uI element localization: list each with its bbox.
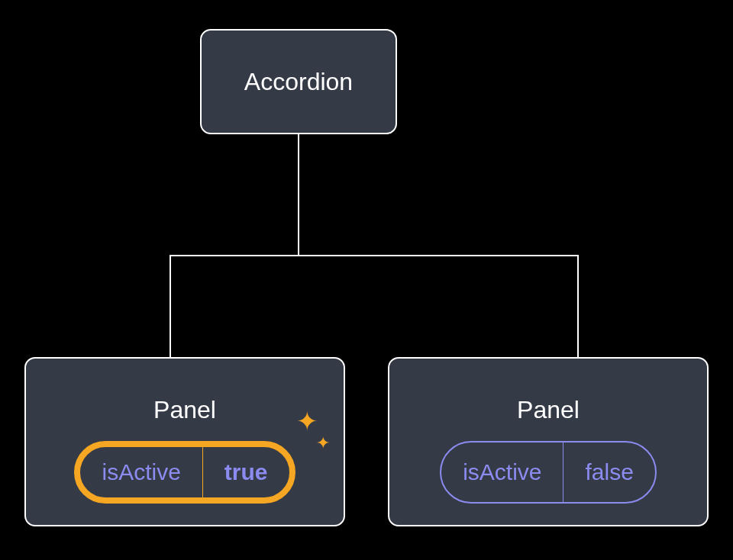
prop-value-left: true bbox=[224, 459, 268, 485]
connector-horizontal-bar bbox=[170, 255, 579, 256]
panel-right-label: Panel bbox=[517, 396, 580, 424]
prop-pill-right: isActive false bbox=[440, 441, 657, 504]
prop-value-right: false bbox=[585, 459, 633, 485]
connector-left-down bbox=[170, 255, 171, 357]
prop-name-cell: isActive bbox=[441, 443, 563, 502]
accordion-label: Accordion bbox=[244, 68, 353, 96]
sparkle-icon: ✦ bbox=[316, 433, 330, 453]
panel-node-left: Panel isActive true bbox=[24, 357, 345, 526]
panel-node-right: Panel isActive false bbox=[388, 357, 709, 526]
prop-name-left: isActive bbox=[102, 459, 180, 485]
panel-left-label: Panel bbox=[153, 396, 216, 424]
prop-name-cell: isActive bbox=[80, 447, 202, 497]
prop-value-cell: false bbox=[563, 443, 654, 502]
prop-value-cell: true bbox=[203, 447, 289, 497]
connector-root-down bbox=[298, 134, 299, 255]
accordion-node: Accordion bbox=[200, 29, 397, 134]
prop-pill-left: isActive true bbox=[74, 441, 295, 504]
prop-name-right: isActive bbox=[463, 459, 541, 485]
sparkle-icon: ✦ bbox=[296, 406, 318, 436]
connector-right-down bbox=[577, 255, 579, 357]
